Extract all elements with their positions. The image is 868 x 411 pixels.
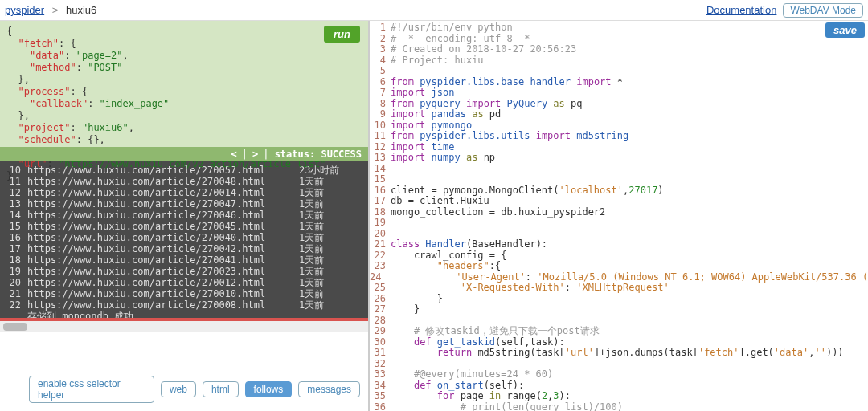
follow-row[interactable]: 12https://www.huxiu.com/article/270014.h… [5,187,363,198]
breadcrumb-root[interactable]: pyspider [5,4,44,16]
bottom-tabs: enable css selector helper web html foll… [0,371,368,411]
tab-html[interactable]: html [203,381,239,397]
code-line[interactable]: 1#!/usr/bin/env python [370,22,868,34]
code-line[interactable]: 20 [370,229,868,240]
follow-footer: 存储到 mongondb 成功 [5,311,363,318]
code-line[interactable]: 23 "headers":{ [370,261,868,272]
code-line[interactable]: 28 [370,315,868,327]
code-line[interactable]: 17db = client.Huxiu [370,196,868,207]
code-line[interactable]: 15 [370,174,868,185]
pager-next[interactable]: > [248,149,263,161]
follow-row[interactable]: 22https://www.huxiu.com/article/270008.h… [5,299,363,311]
webdav-mode-button[interactable]: WebDAV Mode [783,3,863,18]
code-line[interactable]: 13import numpy as np [370,153,868,164]
code-line[interactable]: 24 'User-Agent': 'Mozilla/5.0 (Windows N… [370,272,868,283]
left-pane: run { "fetch": { "data": "page=2", "meth… [0,21,370,411]
header-bar: pyspider > huxiu6 Documentation WebDAV M… [0,0,868,21]
follow-row[interactable]: 13https://www.huxiu.com/article/270047.h… [5,198,363,210]
run-button[interactable]: run [324,26,360,43]
code-line[interactable]: 8from pyquery import PyQuery as pq [370,99,868,110]
breadcrumb: pyspider > huxiu6 [5,4,96,16]
code-editor[interactable]: save 1#!/usr/bin/env python2# -*- encodi… [370,21,868,411]
follow-row[interactable]: 14https://www.huxiu.com/article/270046.h… [5,210,363,221]
code-line[interactable]: 11from pyspider.libs.utils import md5str… [370,131,868,142]
code-line[interactable]: 31 return md5string(task['url']+json.dum… [370,348,868,359]
breadcrumb-sep: > [52,4,59,16]
code-line[interactable]: 7import json [370,87,868,99]
tab-messages[interactable]: messages [298,381,360,397]
tab-css-helper[interactable]: enable css selector helper [29,376,154,403]
code-line[interactable]: 35 for page in range(2,3): [370,391,868,402]
code-line[interactable]: 21class Handler(BaseHandler): [370,239,868,250]
follow-row[interactable]: 18https://www.huxiu.com/article/270041.h… [5,254,363,266]
code-line[interactable]: 14 [370,164,868,175]
code-line[interactable]: 5 [370,66,868,77]
code-line[interactable]: 30 def get_taskid(self,task): [370,337,868,348]
pager-prev[interactable]: < [226,149,241,161]
task-panel: run { "fetch": { "data": "page=2", "meth… [0,21,368,161]
code-line[interactable]: 25 'X-Requested-With': 'XMLHttpRequest' [370,283,868,294]
code-line[interactable]: 16client = pymongo.MongoClient('localhos… [370,185,868,197]
h-scrollbar[interactable] [0,321,368,332]
code-line[interactable]: 4# Project: huxiu [370,55,868,67]
breadcrumb-current: huxiu6 [66,4,96,16]
code-line[interactable]: 34 def on_start(self): [370,380,868,392]
code-line[interactable]: 33 #@every(minutes=24 * 60) [370,369,868,380]
code-line[interactable]: 22 crawl_config = { [370,250,868,262]
code-line[interactable]: 10import pymongo [370,120,868,132]
pager-bar: < | > | status: SUCCESS [0,147,368,161]
code-line[interactable]: 2# -*- encoding: utf-8 -*- [370,34,868,45]
follow-row[interactable]: 16https://www.huxiu.com/article/270040.h… [5,232,363,243]
code-line[interactable]: 27 } [370,304,868,315]
code-line[interactable]: 9import pandas as pd [370,109,868,120]
follow-row[interactable]: 19https://www.huxiu.com/article/270023.h… [5,266,363,277]
status-label: status: SUCCESS [275,149,362,161]
tab-follows[interactable]: follows [245,381,293,397]
code-line[interactable]: 26 } [370,294,868,305]
code-line[interactable]: 29 # 修改taskid，避免只下载一个post请求 [370,326,868,337]
follow-row[interactable]: 21https://www.huxiu.com/article/270010.h… [5,288,363,299]
code-line[interactable]: 36 # print(len(query_list)/100) [370,402,868,412]
code-line[interactable]: 32 [370,359,868,370]
code-line[interactable]: 18mongo_collection = db.huxiu_pyspider2 [370,207,868,218]
code-line[interactable]: 3# Created on 2018-10-27 20:56:23 [370,44,868,55]
tab-web[interactable]: web [161,381,196,397]
follows-panel: 10https://www.huxiu.com/article/270057.h… [0,161,368,318]
save-button[interactable]: save [825,22,865,38]
follow-row[interactable]: 15https://www.huxiu.com/article/270045.h… [5,221,363,232]
code-line[interactable]: 6from pyspider.libs.base_handler import … [370,77,868,88]
code-line[interactable]: 19 [370,218,868,229]
follow-row[interactable]: 20https://www.huxiu.com/article/270012.h… [5,277,363,288]
follow-row[interactable]: 17https://www.huxiu.com/article/270042.h… [5,243,363,254]
code-line[interactable]: 12import time [370,142,868,153]
documentation-link[interactable]: Documentation [706,4,776,16]
